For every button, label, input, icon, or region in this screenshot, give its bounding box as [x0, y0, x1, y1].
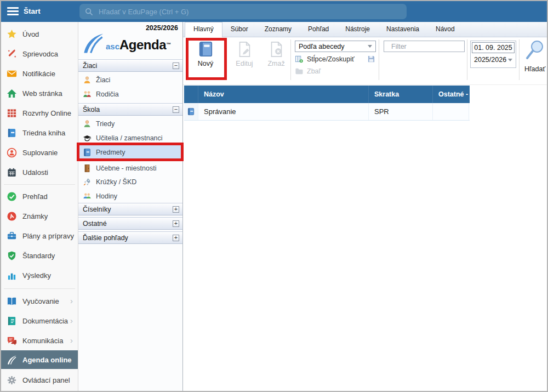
sidebar-item-plany-a-pripravy[interactable]: Plány a prípravy	[1, 226, 78, 246]
sort-select[interactable]: Podľa abecedy	[295, 41, 376, 52]
tree-item-label: Hodiny	[96, 192, 117, 200]
tree-header-label: Ostatné	[83, 220, 107, 228]
topbar: Štart	[1, 1, 547, 22]
school-year-select[interactable]: 2025/2026	[472, 54, 515, 65]
sidebar-label: Úvod	[22, 30, 39, 38]
delete-button[interactable]: Zmaž	[262, 41, 290, 67]
table-header-ostatne[interactable]: Ostatné -	[433, 86, 469, 103]
sidebar-item-znamky[interactable]: Známky	[1, 206, 78, 226]
collapse-button[interactable]: Zbaľ	[295, 67, 321, 75]
tree-item-kruzky[interactable]: Krúžky / ŠKD	[78, 175, 182, 189]
group-icon	[83, 192, 92, 201]
expand-toggle-icon[interactable]: +	[173, 220, 179, 227]
hamburger-menu-icon[interactable]	[7, 7, 19, 16]
chat-icon	[7, 336, 17, 346]
tab-nastavenia[interactable]: Nastavenia	[378, 22, 427, 37]
sidebar-label: Rozvrhy Online	[22, 109, 71, 117]
global-search[interactable]	[79, 4, 407, 19]
tree-header-ciselniky[interactable]: Číselníky +	[78, 203, 182, 215]
big-magnifier-icon	[523, 38, 546, 64]
new-button-label: Nový	[189, 60, 222, 67]
tree-header-skola[interactable]: Škola −	[78, 103, 182, 116]
tree-header-label: Žiaci	[83, 62, 97, 70]
tree-item-label: Krúžky / ŠKD	[96, 178, 136, 186]
row-name-cell: Správanie	[198, 103, 369, 120]
sidebar-item-rozvrhy-online[interactable]: Rozvrhy Online	[1, 103, 78, 123]
sidebar-item-web-stranka[interactable]: Web stránka	[1, 83, 78, 103]
tree-item-label: Predmety	[96, 149, 125, 156]
columns-icon	[295, 55, 303, 63]
expand-toggle-icon[interactable]: +	[173, 206, 179, 213]
tree-item-ucitelia[interactable]: Učitelia / zamestnanci	[78, 131, 182, 145]
star-icon	[7, 29, 17, 39]
sidebar-item-sprievodca[interactable]: Sprievodca	[1, 44, 78, 64]
sidebar-item-vyucovanie[interactable]: Vyučovanie ›	[1, 291, 78, 311]
sidebar-item-vysledky[interactable]: Výsledky	[1, 265, 78, 285]
table-header-skratka[interactable]: Skratka	[369, 86, 433, 103]
student-icon	[83, 76, 92, 84]
tree-header-label: Ďalšie pohľady	[83, 234, 128, 242]
school-year-value: 2025/2026	[474, 56, 506, 64]
sidebar-item-triedna-kniha[interactable]: Triedna kniha	[1, 123, 78, 143]
tree-header-ziaci[interactable]: Žiaci −	[78, 59, 182, 72]
tab-zoznamy[interactable]: Zoznamy	[256, 22, 300, 37]
sidebar-item-dokumentacia[interactable]: Dokumentácia ›	[1, 311, 78, 331]
floppy-disk-icon	[367, 55, 375, 63]
new-book-icon	[197, 41, 214, 58]
tree-item-predmety[interactable]: Predmety	[78, 145, 182, 160]
tab-hlavny[interactable]: Hlavný	[185, 22, 222, 37]
sidebar-item-prehlad[interactable]: Prehľad	[1, 186, 78, 206]
gear-icon	[7, 375, 17, 385]
grade-circle-icon	[7, 211, 17, 221]
sidebar-item-suplovanie[interactable]: Suplovanie	[1, 143, 78, 162]
table-row-spravanie[interactable]: Správanie SPR	[184, 103, 470, 121]
tab-nastroje[interactable]: Nástroje	[337, 22, 378, 37]
row-icon-cell	[184, 103, 198, 120]
collapse-toggle-icon[interactable]: −	[173, 63, 179, 69]
search-button[interactable]: Hľadať	[521, 38, 547, 73]
table-header-selector	[184, 86, 198, 103]
subject-book-icon	[187, 107, 195, 116]
tree-item-triedy[interactable]: Triedy	[78, 117, 182, 130]
pupil-icon	[83, 120, 92, 128]
tab-pohlad[interactable]: Pohľad	[300, 22, 337, 37]
sidebar: Úvod Sprievodca Notifikácie Web stránka …	[1, 22, 78, 391]
sidebar-item-agenda-online[interactable]: Agenda online	[1, 350, 78, 369]
columns-group-label: Stĺpce/Zoskupiť	[307, 55, 355, 63]
edit-button[interactable]: Edituj	[229, 41, 260, 67]
collapse-toggle-icon[interactable]: −	[173, 106, 179, 113]
tree-item-rodicia[interactable]: Rodičia	[78, 87, 182, 101]
sidebar-item-komunikacia[interactable]: Komunikácia ›	[1, 331, 78, 350]
tree-header-label: Číselníky	[83, 206, 111, 213]
sidebar-item-ovladaci-panel[interactable]: Ovládací panel	[1, 370, 78, 390]
school-year-label: 2025/2026	[146, 24, 178, 32]
sidebar-item-standardy[interactable]: Štandardy	[1, 246, 78, 265]
tree-header-dalsie-pohlady[interactable]: Ďalšie pohľady +	[78, 231, 182, 244]
tree-item-ucebne[interactable]: Učebne - miestnosti	[78, 161, 182, 175]
delete-button-label: Zmaž	[262, 60, 290, 67]
tree-item-ziaci[interactable]: Žiaci	[78, 73, 182, 87]
start-menu-label[interactable]: Štart	[24, 1, 41, 21]
sidebar-item-udalosti[interactable]: Udalosti	[1, 162, 78, 182]
subject-book-icon	[83, 148, 92, 157]
global-search-input[interactable]	[98, 7, 401, 16]
save-view-button[interactable]	[367, 55, 375, 63]
row-shortcut-cell: SPR	[369, 103, 433, 120]
sidebar-item-notifikacie[interactable]: Notifikácie	[1, 64, 78, 83]
subjects-table: Názov Skratka Ostatné - Správanie SPR	[184, 86, 470, 121]
tab-navod[interactable]: Návod	[427, 22, 463, 37]
sidebar-label: Triedna kniha	[22, 129, 65, 137]
sidebar-label: Web stránka	[22, 89, 62, 98]
person-circle-icon	[7, 147, 17, 158]
table-header-row: Názov Skratka Ostatné -	[184, 86, 470, 103]
date-field[interactable]: 01. 09. 2025	[472, 42, 515, 53]
new-button[interactable]: Nový	[189, 41, 222, 67]
tab-subor[interactable]: Súbor	[222, 22, 256, 37]
table-header-nazov[interactable]: Názov	[198, 86, 369, 103]
tree-header-ostatne[interactable]: Ostatné +	[78, 217, 182, 230]
tree-item-label: Rodičia	[96, 90, 119, 98]
columns-group-button[interactable]: Stĺpce/Zoskupiť	[295, 55, 355, 63]
tree-item-hodiny[interactable]: Hodiny	[78, 189, 182, 203]
sidebar-item-uvod[interactable]: Úvod	[1, 24, 78, 44]
expand-toggle-icon[interactable]: +	[173, 235, 179, 241]
